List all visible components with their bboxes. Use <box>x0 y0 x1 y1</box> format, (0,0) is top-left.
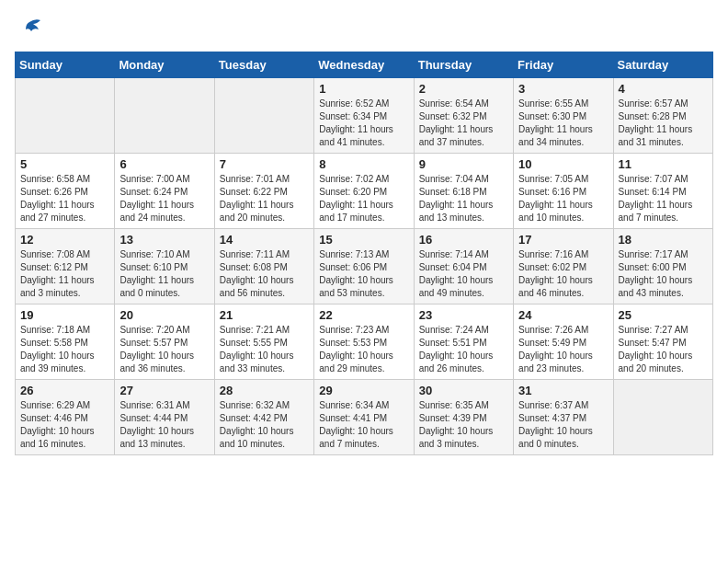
weekday-header-sunday: Sunday <box>16 52 115 78</box>
weekday-header-wednesday: Wednesday <box>314 52 414 78</box>
calendar-cell: 7Sunrise: 7:01 AM Sunset: 6:22 PM Daylig… <box>214 154 313 229</box>
day-number: 1 <box>319 82 408 96</box>
calendar-week-row: 26Sunrise: 6:29 AM Sunset: 4:46 PM Dayli… <box>16 380 713 455</box>
calendar-cell: 21Sunrise: 7:21 AM Sunset: 5:55 PM Dayli… <box>214 304 313 380</box>
calendar-cell: 23Sunrise: 7:24 AM Sunset: 5:51 PM Dayli… <box>414 304 513 380</box>
weekday-header-saturday: Saturday <box>613 52 712 78</box>
day-info: Sunrise: 7:07 AM Sunset: 6:14 PM Dayligh… <box>619 173 708 224</box>
calendar-week-row: 12Sunrise: 7:08 AM Sunset: 6:12 PM Dayli… <box>16 229 713 304</box>
day-number: 6 <box>119 157 209 171</box>
day-number: 25 <box>619 308 708 322</box>
calendar-week-row: 19Sunrise: 7:18 AM Sunset: 5:58 PM Dayli… <box>16 304 713 380</box>
weekday-header-thursday: Thursday <box>414 52 513 78</box>
calendar-cell <box>214 78 313 154</box>
day-number: 4 <box>619 82 708 96</box>
day-info: Sunrise: 7:10 AM Sunset: 6:10 PM Dayligh… <box>119 248 209 300</box>
day-info: Sunrise: 6:34 AM Sunset: 4:41 PM Dayligh… <box>319 399 408 451</box>
weekday-header-monday: Monday <box>115 52 214 78</box>
day-number: 21 <box>220 308 309 322</box>
day-number: 9 <box>419 157 508 171</box>
day-number: 11 <box>619 157 708 171</box>
calendar-cell: 2Sunrise: 6:54 AM Sunset: 6:32 PM Daylig… <box>414 78 513 154</box>
day-info: Sunrise: 7:21 AM Sunset: 5:55 PM Dayligh… <box>220 324 309 375</box>
day-number: 13 <box>119 233 209 247</box>
day-number: 20 <box>119 308 209 322</box>
day-number: 16 <box>419 233 508 247</box>
calendar-cell: 9Sunrise: 7:04 AM Sunset: 6:18 PM Daylig… <box>414 154 513 229</box>
day-info: Sunrise: 7:27 AM Sunset: 5:47 PM Dayligh… <box>619 324 708 375</box>
weekday-header-row: SundayMondayTuesdayWednesdayThursdayFrid… <box>16 52 713 78</box>
calendar-cell: 8Sunrise: 7:02 AM Sunset: 6:20 PM Daylig… <box>314 154 414 229</box>
calendar-cell: 22Sunrise: 7:23 AM Sunset: 5:53 PM Dayli… <box>314 304 414 380</box>
day-number: 22 <box>319 308 408 322</box>
weekday-header-tuesday: Tuesday <box>214 52 313 78</box>
day-info: Sunrise: 7:20 AM Sunset: 5:57 PM Dayligh… <box>119 324 209 375</box>
calendar-cell: 12Sunrise: 7:08 AM Sunset: 6:12 PM Dayli… <box>16 229 115 304</box>
day-info: Sunrise: 7:24 AM Sunset: 5:51 PM Dayligh… <box>419 324 508 375</box>
day-number: 28 <box>220 384 309 397</box>
logo <box>15 15 42 40</box>
day-info: Sunrise: 7:01 AM Sunset: 6:22 PM Dayligh… <box>220 173 309 224</box>
calendar-cell: 30Sunrise: 6:35 AM Sunset: 4:39 PM Dayli… <box>414 380 513 455</box>
day-number: 7 <box>220 157 309 171</box>
calendar-cell: 28Sunrise: 6:32 AM Sunset: 4:42 PM Dayli… <box>214 380 313 455</box>
day-number: 15 <box>319 233 408 247</box>
calendar-cell: 17Sunrise: 7:16 AM Sunset: 6:02 PM Dayli… <box>514 229 613 304</box>
day-info: Sunrise: 6:31 AM Sunset: 4:44 PM Dayligh… <box>119 399 209 451</box>
day-info: Sunrise: 6:55 AM Sunset: 6:30 PM Dayligh… <box>518 98 608 149</box>
day-number: 8 <box>319 157 408 171</box>
logo-bird-icon <box>17 15 42 40</box>
day-number: 10 <box>518 157 608 171</box>
day-number: 31 <box>518 384 608 397</box>
day-info: Sunrise: 6:58 AM Sunset: 6:26 PM Dayligh… <box>20 173 109 224</box>
day-number: 18 <box>619 233 708 247</box>
day-info: Sunrise: 6:32 AM Sunset: 4:42 PM Dayligh… <box>220 399 309 451</box>
day-info: Sunrise: 6:54 AM Sunset: 6:32 PM Dayligh… <box>419 98 508 149</box>
day-info: Sunrise: 7:16 AM Sunset: 6:02 PM Dayligh… <box>518 248 608 300</box>
calendar-cell: 10Sunrise: 7:05 AM Sunset: 6:16 PM Dayli… <box>514 154 613 229</box>
day-number: 12 <box>20 233 109 247</box>
day-info: Sunrise: 6:57 AM Sunset: 6:28 PM Dayligh… <box>619 98 708 149</box>
calendar-cell: 26Sunrise: 6:29 AM Sunset: 4:46 PM Dayli… <box>16 380 115 455</box>
calendar-cell: 15Sunrise: 7:13 AM Sunset: 6:06 PM Dayli… <box>314 229 414 304</box>
calendar-cell: 31Sunrise: 6:37 AM Sunset: 4:37 PM Dayli… <box>514 380 613 455</box>
day-info: Sunrise: 6:35 AM Sunset: 4:39 PM Dayligh… <box>419 399 508 451</box>
day-info: Sunrise: 7:02 AM Sunset: 6:20 PM Dayligh… <box>319 173 408 224</box>
calendar-cell <box>115 78 214 154</box>
calendar-cell <box>613 380 712 455</box>
day-number: 29 <box>319 384 408 397</box>
day-info: Sunrise: 7:04 AM Sunset: 6:18 PM Dayligh… <box>419 173 508 224</box>
day-info: Sunrise: 7:14 AM Sunset: 6:04 PM Dayligh… <box>419 248 508 300</box>
calendar-cell: 27Sunrise: 6:31 AM Sunset: 4:44 PM Dayli… <box>115 380 214 455</box>
day-info: Sunrise: 6:29 AM Sunset: 4:46 PM Dayligh… <box>20 399 109 451</box>
day-number: 26 <box>20 384 109 397</box>
day-info: Sunrise: 7:13 AM Sunset: 6:06 PM Dayligh… <box>319 248 408 300</box>
day-info: Sunrise: 7:26 AM Sunset: 5:49 PM Dayligh… <box>518 324 608 375</box>
day-number: 3 <box>518 82 608 96</box>
calendar-week-row: 1Sunrise: 6:52 AM Sunset: 6:34 PM Daylig… <box>16 78 713 154</box>
day-info: Sunrise: 7:05 AM Sunset: 6:16 PM Dayligh… <box>518 173 608 224</box>
day-info: Sunrise: 7:08 AM Sunset: 6:12 PM Dayligh… <box>20 248 109 300</box>
day-info: Sunrise: 7:00 AM Sunset: 6:24 PM Dayligh… <box>119 173 209 224</box>
day-number: 17 <box>518 233 608 247</box>
calendar-cell: 16Sunrise: 7:14 AM Sunset: 6:04 PM Dayli… <box>414 229 513 304</box>
calendar-cell: 11Sunrise: 7:07 AM Sunset: 6:14 PM Dayli… <box>613 154 712 229</box>
calendar-cell: 19Sunrise: 7:18 AM Sunset: 5:58 PM Dayli… <box>16 304 115 380</box>
day-number: 5 <box>20 157 109 171</box>
day-info: Sunrise: 7:11 AM Sunset: 6:08 PM Dayligh… <box>220 248 309 300</box>
calendar-cell: 20Sunrise: 7:20 AM Sunset: 5:57 PM Dayli… <box>115 304 214 380</box>
day-number: 14 <box>220 233 309 247</box>
calendar-cell: 13Sunrise: 7:10 AM Sunset: 6:10 PM Dayli… <box>115 229 214 304</box>
calendar-cell: 6Sunrise: 7:00 AM Sunset: 6:24 PM Daylig… <box>115 154 214 229</box>
calendar-cell: 24Sunrise: 7:26 AM Sunset: 5:49 PM Dayli… <box>514 304 613 380</box>
calendar-cell: 14Sunrise: 7:11 AM Sunset: 6:08 PM Dayli… <box>214 229 313 304</box>
calendar-cell: 25Sunrise: 7:27 AM Sunset: 5:47 PM Dayli… <box>613 304 712 380</box>
day-info: Sunrise: 7:17 AM Sunset: 6:00 PM Dayligh… <box>619 248 708 300</box>
calendar-cell: 4Sunrise: 6:57 AM Sunset: 6:28 PM Daylig… <box>613 78 712 154</box>
day-number: 19 <box>20 308 109 322</box>
day-info: Sunrise: 6:52 AM Sunset: 6:34 PM Dayligh… <box>319 98 408 149</box>
day-number: 27 <box>119 384 209 397</box>
day-info: Sunrise: 6:37 AM Sunset: 4:37 PM Dayligh… <box>518 399 608 451</box>
page-container: SundayMondayTuesdayWednesdayThursdayFrid… <box>0 0 728 463</box>
header <box>15 15 713 40</box>
